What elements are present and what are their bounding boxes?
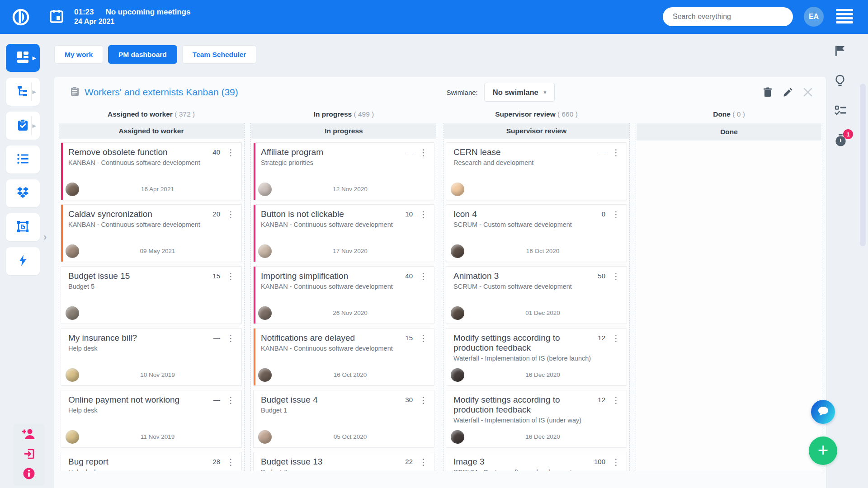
search-input[interactable] (663, 7, 793, 26)
card-value: 12 (598, 334, 605, 342)
sidebar-item-project-tree[interactable]: ▶ (6, 78, 40, 106)
kanban-card[interactable]: Caldav syncronization20⋮KANBAN - Continu… (61, 204, 242, 262)
kanban-card[interactable]: Notifications are delayed15⋮KANBAN - Con… (253, 328, 434, 386)
column-count: ( 660 ) (557, 110, 578, 118)
kanban-card[interactable]: Importing simplification40⋮KANBAN - Cont… (253, 266, 434, 324)
card-menu-icon[interactable]: ⋮ (226, 272, 235, 281)
flag-icon[interactable] (835, 45, 846, 58)
hamburger-menu-icon[interactable] (836, 9, 853, 25)
kanban-columns: Assigned to workerRemove obsolete functi… (54, 123, 826, 471)
pencil-icon[interactable] (783, 88, 793, 97)
add-new-button[interactable]: + (809, 436, 837, 465)
card-project: Budget 5 (68, 283, 235, 290)
avatar (451, 368, 464, 382)
card-value: — (599, 148, 605, 156)
card-menu-icon[interactable]: ⋮ (612, 334, 620, 343)
sidebar-item-list[interactable] (6, 145, 40, 174)
board-title[interactable]: Workers' and externists Kanban (39) (85, 87, 238, 98)
sidebar-item-clipboard-check[interactable]: ▶ (6, 112, 40, 140)
sidebar-item-lightning[interactable] (6, 247, 40, 275)
card-date: 09 May 2021 (79, 248, 236, 254)
swimlane-label: Swimlane: (447, 89, 478, 96)
lightbulb-icon[interactable] (835, 75, 845, 89)
meeting-info: 01:23No upcoming meetings 24 Apr 2021 (74, 7, 190, 27)
easy-project-logo[interactable] (12, 8, 30, 26)
kanban-card[interactable]: Button is not clickable10⋮KANBAN - Conti… (253, 204, 434, 262)
card-project: Waterfall - Implementation of IS (before… (453, 355, 620, 362)
card-menu-icon[interactable]: ⋮ (612, 148, 620, 157)
card-project: SCRUM - Custom software development (453, 469, 620, 471)
kanban-card[interactable]: Image 3100⋮SCRUM - Custom software devel… (446, 452, 627, 471)
column-cards: CERN lease—⋮Research and developmentIcon… (443, 142, 629, 471)
kanban-card[interactable]: Budget issue 1515⋮Budget 5 (61, 266, 242, 324)
kanban-card[interactable]: Modify settings according to production … (446, 328, 627, 386)
top-bar: 01:23No upcoming meetings 24 Apr 2021 EA (0, 0, 868, 34)
kanban-card[interactable]: Budget issue 430⋮Budget 105 Oct 2020 (253, 390, 434, 448)
avatar (451, 430, 464, 444)
card-menu-icon[interactable]: ⋮ (612, 210, 620, 219)
tab-team-scheduler[interactable]: Team Scheduler (182, 45, 257, 64)
chat-button[interactable] (811, 400, 835, 424)
kanban-header: Workers' and externists Kanban (39) Swim… (54, 77, 826, 108)
sidebar-expand-chevron[interactable]: › (43, 231, 47, 243)
sign-out-icon[interactable] (24, 448, 35, 461)
card-date: 16 Oct 2020 (464, 248, 621, 254)
column-header-in-progress: In progress ( 499 ) (250, 110, 437, 118)
add-user-icon[interactable] (22, 428, 36, 442)
info-icon[interactable] (23, 468, 35, 481)
trash-icon[interactable] (763, 87, 772, 97)
card-project: Help desk (68, 345, 235, 352)
avatar (258, 306, 272, 320)
user-avatar[interactable]: EA (804, 7, 824, 27)
card-menu-icon[interactable]: ⋮ (226, 334, 235, 343)
tab-pm-dashboard[interactable]: PM dashboard (108, 45, 177, 64)
kanban-card[interactable]: Modify settings according to production … (446, 390, 627, 448)
avatar (66, 244, 79, 258)
card-value: 12 (598, 396, 605, 404)
card-menu-icon[interactable]: ⋮ (419, 396, 428, 404)
kanban-card[interactable]: CERN lease—⋮Research and development (446, 142, 627, 200)
card-accent-stripe (254, 328, 255, 385)
sidebar-item-dashboard-grid[interactable]: ▶ (6, 44, 40, 72)
kanban-card[interactable]: Affiliate program—⋮Strategic priorities1… (253, 142, 434, 200)
sidebar-item-frame-module[interactable] (6, 213, 40, 241)
card-menu-icon[interactable]: ⋮ (226, 210, 235, 219)
card-menu-icon[interactable]: ⋮ (226, 396, 235, 404)
card-menu-icon[interactable]: ⋮ (419, 458, 428, 466)
vertical-scrollbar[interactable] (860, 84, 866, 246)
card-menu-icon[interactable]: ⋮ (419, 272, 428, 281)
kanban-card[interactable]: Budget issue 1322⋮Budget 712 Oct 2020 (253, 452, 434, 471)
sidebar-item-dropbox[interactable] (6, 179, 40, 207)
card-title: Online payment not workiong (68, 395, 213, 405)
frame-module-icon (17, 221, 29, 235)
card-menu-icon[interactable]: ⋮ (419, 210, 428, 219)
card-project: Budget 7 (261, 469, 428, 471)
close-icon[interactable] (803, 88, 812, 97)
card-menu-icon[interactable]: ⋮ (612, 272, 620, 281)
kanban-card[interactable]: Bug report28⋮Help desk03 Jan 2020 (61, 452, 242, 471)
submenu-arrow-icon: ▶ (33, 123, 36, 129)
calendar-icon[interactable] (49, 9, 64, 26)
checklist-icon[interactable] (835, 105, 847, 117)
card-menu-icon[interactable]: ⋮ (612, 396, 620, 404)
kanban-card[interactable]: Icon 40⋮SCRUM - Custom software developm… (446, 204, 627, 262)
card-accent-stripe (254, 143, 255, 200)
card-title: Animation 3 (453, 271, 598, 281)
tab-my-work[interactable]: My work (54, 45, 103, 64)
card-title: Button is not clickable (261, 209, 405, 219)
card-menu-icon[interactable]: ⋮ (419, 334, 428, 343)
kanban-card[interactable]: Remove obsolete function40⋮KANBAN - Cont… (61, 142, 242, 200)
dropbox-icon (17, 187, 29, 201)
card-title: CERN lease (453, 147, 599, 157)
card-menu-icon[interactable]: ⋮ (226, 458, 235, 466)
kanban-card[interactable]: Animation 350⋮SCRUM - Custom software de… (446, 266, 627, 324)
kanban-card[interactable]: My insurance bill?—⋮Help desk10 Nov 2019 (61, 328, 242, 386)
kanban-card[interactable]: Online payment not workiong—⋮Help desk11… (61, 390, 242, 448)
column-header-done: Done ( 0 ) (636, 110, 822, 118)
card-menu-icon[interactable]: ⋮ (226, 148, 235, 157)
card-date: 12 Nov 2020 (272, 186, 429, 192)
swimlane-select[interactable]: No swimlane ▾ (484, 83, 555, 102)
stopwatch-icon[interactable]: 1 (835, 134, 847, 149)
card-menu-icon[interactable]: ⋮ (419, 148, 428, 157)
card-menu-icon[interactable]: ⋮ (612, 458, 620, 466)
